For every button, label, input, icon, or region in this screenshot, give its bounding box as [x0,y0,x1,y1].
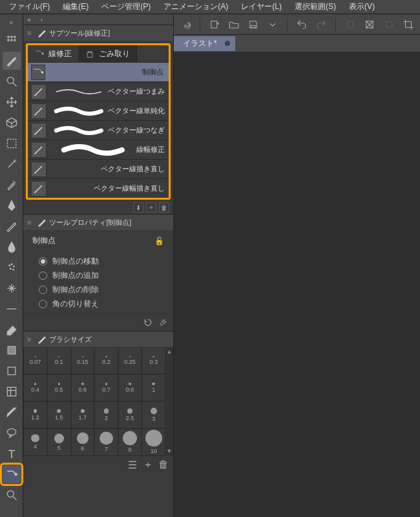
brush-size-cell[interactable]: 0.1 [47,347,71,374]
brush-size-cell[interactable]: 0.6 [71,374,95,401]
download-icon[interactable]: ⬇ [133,202,143,213]
brush-tool-icon[interactable] [3,52,21,70]
pencil-icon[interactable] [3,217,21,235]
pen-icon[interactable] [3,196,21,215]
menu-anim[interactable]: アニメーション(A) [160,0,232,14]
new-icon[interactable] [207,17,222,32]
add-icon[interactable]: ＋ [146,202,156,213]
brush-size-cell[interactable]: 2 [94,401,118,428]
brush-size-cell[interactable]: 3 [142,401,165,428]
menu-view[interactable]: 表示(V) [345,0,379,14]
brush-size-cell[interactable]: 0.15 [71,347,95,374]
ink-icon[interactable] [3,238,21,256]
spray-icon[interactable] [3,258,21,277]
menu-icon[interactable]: ☰ [127,459,138,470]
frame-icon[interactable] [3,383,21,401]
brush-scrollbar[interactable]: ▲ ▼ [165,347,173,456]
eraser-icon[interactable] [3,321,21,339]
reset-icon[interactable] [142,317,154,328]
panel-grip-icon[interactable]: ≡ [23,335,35,343]
scroll-down-icon[interactable]: ▼ [167,448,173,454]
subtool-item[interactable]: ベクター線単純化 [28,101,169,120]
ruler-icon[interactable] [3,403,21,421]
scroll-up-icon[interactable]: ▲ [167,348,173,355]
line-correct-tool-icon[interactable] [3,465,21,483]
wand-icon[interactable] [3,155,21,173]
fill-rect-icon[interactable] [3,341,21,359]
property-radio[interactable]: 角の切り替え [39,297,168,311]
subtool-item[interactable]: 線幅修正 [28,140,169,159]
brush-size-cell[interactable]: 4 [23,428,47,456]
ring2-icon[interactable] [381,17,397,32]
brush-size-cell[interactable]: 8 [118,428,142,456]
tab-dust[interactable]: ごみ取り [78,45,137,62]
subtool-item[interactable]: ベクター線描き直し [28,159,169,178]
brush-size-cell[interactable]: 0.5 [47,374,71,401]
open-icon[interactable] [226,17,242,32]
panel-grip-icon[interactable]: ≡ [23,218,35,226]
svg-point-8 [8,265,10,266]
ring-icon[interactable] [342,17,358,32]
back-icon[interactable]: ‹ [40,16,43,23]
rect-icon[interactable] [3,362,21,380]
sparkle-icon[interactable] [3,279,21,297]
save-icon[interactable] [246,17,261,32]
grip-icon[interactable] [3,31,21,49]
brush-size-cell[interactable]: 0.4 [23,374,47,401]
subtool-item[interactable]: ベクター線幅描き直し [28,178,169,198]
brush-dot-icon [129,356,131,358]
brush-size-cell[interactable]: 7 [94,428,118,456]
brush-size-cell[interactable]: 0.8 [118,374,142,401]
brush-size-cell[interactable]: 5 [47,428,71,456]
move-icon[interactable] [3,93,21,111]
property-radio[interactable]: 制御点の削除 [39,282,168,297]
brush-size-cell[interactable]: 1 [142,374,165,401]
brush-size-cell[interactable]: 1.2 [23,401,47,428]
marquee-icon[interactable] [3,134,21,153]
3d-icon[interactable] [3,114,21,132]
panel-collapse[interactable]: « [0,17,23,27]
tab-line-correct[interactable]: 線修正 [28,45,78,62]
magnifier-icon[interactable] [3,72,21,90]
brush-size-cell[interactable]: 6 [71,428,95,456]
brush-size-cell[interactable]: 1.5 [47,401,71,428]
menu-file[interactable]: ファイル(F) [5,0,54,14]
redo-icon[interactable] [313,17,329,32]
subtool-item[interactable]: ベクター線つまみ [28,81,169,101]
menu-layer[interactable]: レイヤー(L) [237,0,286,14]
collapse-icon[interactable]: « [27,16,31,23]
brush-size-cell[interactable]: 0.7 [94,374,118,401]
menu-select[interactable]: 選択範囲(S) [291,0,340,14]
add-icon[interactable]: ＋ [142,459,154,470]
text-icon[interactable] [3,445,21,463]
lock-icon[interactable]: 🔓 [154,237,164,246]
spiral-icon[interactable] [178,17,193,32]
menu-page[interactable]: ページ管理(P) [98,0,154,14]
clear-icon[interactable] [362,17,377,32]
trash-icon[interactable]: 🗑 [159,202,169,213]
panel-grip-icon[interactable]: ≡ [23,29,35,37]
undo-icon[interactable] [294,17,310,32]
brush-icon [35,334,49,344]
menu-edit[interactable]: 編集(E) [59,0,92,14]
brush-size-cell[interactable]: 1.7 [71,401,95,428]
magnifier2-icon[interactable] [3,486,21,504]
document-tab[interactable]: イラスト* [174,36,235,51]
tool-property-panel: ≡ ツールプロパティ [制御点] 制御点 🔓 制御点の移動制御点の追加制御点の削… [23,214,173,331]
balloon-icon[interactable] [3,424,21,442]
eyedropper-icon[interactable] [3,176,21,194]
dropdown-icon[interactable] [265,17,280,32]
wrench-icon[interactable] [158,317,169,328]
property-radio[interactable]: 制御点の移動 [39,254,168,268]
brush-size-cell[interactable]: 10 [142,428,165,456]
subtool-item[interactable]: 制御点 [28,62,169,81]
brush-size-cell[interactable]: 0.3 [142,347,165,374]
brush-size-cell[interactable]: 0.2 [94,347,118,374]
subtool-item[interactable]: ベクター線つなぎ [28,120,169,140]
trash-icon[interactable]: 🗑 [158,459,169,470]
brush-size-cell[interactable]: 0.07 [23,347,47,374]
crop-icon[interactable] [401,17,416,32]
brush-size-cell[interactable]: 0.25 [118,347,142,374]
brush-size-cell[interactable]: 2.5 [118,401,142,428]
property-radio[interactable]: 制御点の追加 [39,268,168,282]
